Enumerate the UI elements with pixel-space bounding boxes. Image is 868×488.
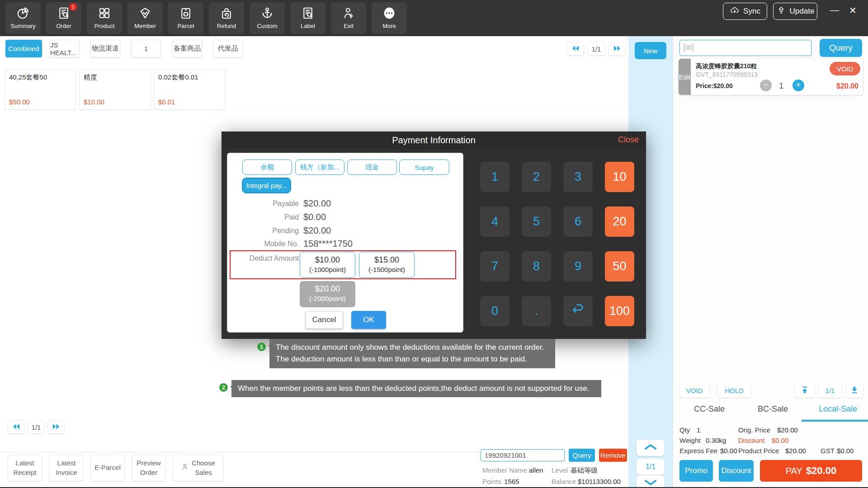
numpad-key-4[interactable]: 4	[480, 206, 509, 237]
product-price: $0.01	[158, 98, 175, 106]
member-query-button[interactable]: Query	[569, 449, 595, 462]
minimize-button[interactable]: —	[830, 5, 839, 15]
toolbar-more-button[interactable]: More	[372, 2, 407, 34]
toolbar-exit-button[interactable]: Exit	[331, 2, 366, 34]
strip-page-up-button[interactable]	[637, 440, 665, 456]
cart-page-bottom-button[interactable]	[846, 383, 863, 398]
cart-page-top-button[interactable]	[795, 383, 814, 398]
pos-window: Summary 1 Order Product Member Parcel Re…	[0, 0, 868, 488]
numpad-key-3[interactable]: 3	[563, 162, 593, 192]
annotation-2-marker: 2	[219, 383, 228, 392]
toolbar-summary-button[interactable]: Summary	[5, 2, 41, 34]
numpad-key-7[interactable]: 7	[480, 251, 509, 282]
numpad-key-0[interactable]: 0	[480, 296, 509, 326]
update-button[interactable]: Update	[773, 3, 817, 20]
toolbar-refund-button[interactable]: Refund	[209, 2, 244, 34]
product-page-next-button[interactable]	[47, 420, 65, 434]
edit-item-button[interactable]: Edit	[679, 59, 691, 95]
category-tab-1[interactable]: 1	[131, 40, 161, 57]
numpad-key-20[interactable]: 20	[605, 206, 634, 237]
category-tab-js-healt[interactable]: JS HEALT...	[50, 40, 80, 57]
strip-page-down-button[interactable]	[637, 475, 665, 488]
product-tile[interactable]: 精度 $10.00	[79, 69, 151, 110]
numpad-key-1[interactable]: 1	[480, 162, 509, 192]
void-item-button[interactable]: VOID	[830, 62, 860, 75]
quantity-minus-button[interactable]: −	[760, 80, 772, 91]
express-fee-label: Express Fee	[679, 447, 717, 455]
preview-order-button[interactable]: Preview Order	[132, 455, 166, 481]
method-balance-button[interactable]: 余额	[242, 160, 292, 175]
product-name: 0.02套餐0.01	[158, 73, 198, 82]
void-order-button[interactable]: VOID	[679, 383, 709, 398]
product-page-prev-button[interactable]	[8, 420, 25, 434]
weight-value: 0.30kg	[706, 436, 726, 444]
toolbar-label: Parcel	[168, 23, 203, 29]
promo-button[interactable]: Promo	[679, 460, 713, 482]
dialog-close-button[interactable]: Close	[618, 135, 639, 145]
chevron-up-icon	[644, 443, 657, 452]
latest-receipt-button[interactable]: Latest Receipt	[8, 455, 42, 481]
sync-button[interactable]: Sync	[723, 3, 767, 20]
product-tile[interactable]: 40,25套餐50 $50.00	[5, 69, 76, 110]
member-number-input[interactable]	[481, 449, 565, 461]
close-window-button[interactable]: ✕	[849, 5, 857, 16]
hold-order-button[interactable]: HOLD	[717, 383, 751, 398]
toolbar-label: Summary	[5, 23, 41, 29]
active-tab-underline	[802, 420, 868, 422]
ok-button[interactable]: OK	[351, 311, 386, 329]
barcode-search-input[interactable]	[679, 40, 811, 56]
tab-cc-sale[interactable]: CC-Sale	[694, 404, 725, 414]
toolbar-product-button[interactable]: Product	[87, 2, 122, 34]
paid-value: $0.00	[303, 212, 326, 222]
method-supay-button[interactable]: Supay	[399, 160, 449, 175]
method-qianfang-button[interactable]: 钱方（新加...	[295, 160, 344, 175]
latest-invoice-button[interactable]: Latest Invoice	[49, 455, 84, 481]
numpad-key-100[interactable]: 100	[605, 296, 634, 326]
toolbar-custom-button[interactable]: Custom	[250, 2, 285, 34]
barcode-query-button[interactable]: Query	[820, 39, 862, 57]
toolbar-label-button[interactable]: Label	[290, 2, 326, 34]
mobile-no-label: Mobile No.	[227, 240, 299, 248]
category-tab-logistics[interactable]: 物流渠道	[90, 40, 120, 57]
category-tab-combined[interactable]: Combined	[5, 40, 42, 57]
method-integral-pay-button[interactable]: Integral pay...	[242, 178, 291, 193]
deduct-option-10[interactable]: $10.00 (-1000point)	[300, 252, 355, 278]
toolbar-label: Custom	[250, 23, 285, 29]
toolbar-parcel-button[interactable]: Parcel	[168, 2, 203, 34]
category-page-prev-button[interactable]	[567, 42, 584, 56]
deduct-option-15[interactable]: $15.00 (-1500point)	[359, 252, 415, 278]
numpad-key-dot[interactable]: .	[522, 296, 551, 326]
method-cash-button[interactable]: 现金	[347, 160, 397, 175]
numpad-key-6[interactable]: 6	[563, 206, 593, 237]
undo-arrow-icon	[571, 304, 585, 319]
discount-button[interactable]: Discount	[719, 460, 754, 482]
choose-sales-button[interactable]: Choose Sales	[173, 455, 223, 481]
double-left-arrow-icon	[12, 423, 21, 432]
category-tab-consign[interactable]: 代发品	[213, 40, 243, 57]
toolbar-member-button[interactable]: Member	[127, 2, 163, 34]
pay-button[interactable]: PAY $20.00	[760, 460, 862, 482]
tab-local-sale[interactable]: Local-Sale	[819, 404, 857, 414]
product-tile[interactable]: 0.02套餐0.01 $0.01	[154, 69, 225, 110]
chevron-down-icon	[644, 479, 657, 488]
new-order-button[interactable]: New	[635, 42, 666, 59]
numpad-key-50[interactable]: 50	[605, 251, 634, 282]
category-page-next-button[interactable]	[609, 42, 626, 56]
payable-value: $20.00	[303, 198, 331, 209]
tab-bc-sale[interactable]: BC-Sale	[758, 404, 788, 414]
numpad-key-5[interactable]: 5	[522, 206, 551, 237]
cart-page-indicator: 1/1	[819, 383, 841, 398]
deduct-points: (-1500point)	[359, 266, 414, 273]
e-parcel-button[interactable]: E-Parcel	[90, 455, 125, 481]
member-remove-button[interactable]: Remove	[599, 449, 627, 462]
person-icon	[181, 463, 189, 473]
category-tab-record[interactable]: 备案商品	[172, 40, 202, 57]
numpad-backspace-button[interactable]	[563, 296, 593, 326]
numpad-key-10[interactable]: 10	[605, 162, 634, 192]
numpad-key-2[interactable]: 2	[522, 162, 551, 192]
quantity-plus-button[interactable]: +	[793, 80, 804, 91]
cancel-button[interactable]: Cancel	[305, 311, 343, 329]
numpad-key-8[interactable]: 8	[522, 251, 551, 282]
numpad-key-9[interactable]: 9	[563, 251, 593, 282]
toolbar-order-button[interactable]: 1 Order	[46, 2, 81, 34]
